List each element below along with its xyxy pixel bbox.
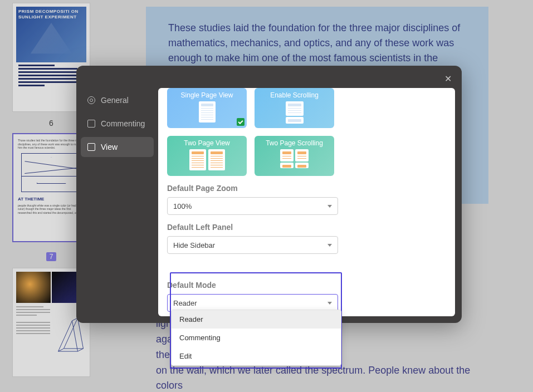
sidebar-item-view[interactable]: View [81,137,154,157]
view-card-two-page[interactable]: Two Page View [167,136,247,176]
sidebar-item-commenting[interactable]: Commenting [81,114,154,134]
chevron-down-icon [327,244,332,247]
option-label: Reader [179,315,203,324]
view-card-label: Single Page View [181,91,233,99]
view-card-label: Two Page View [184,139,230,147]
dialog-sidebar: General Commenting View [76,66,158,323]
sidebar-item-general[interactable]: General [81,90,154,110]
default-zoom-label: Default Page Zoom [167,184,446,193]
page-view-options: Single Page View Enable Scrolling Two Pa… [167,88,446,176]
default-left-panel-select[interactable]: Hide Sidebar [167,236,338,254]
select-value: Reader [173,299,197,307]
view-card-single-page[interactable]: Single Page View [167,88,247,128]
option-label: Commenting [179,334,221,342]
default-mode-label: Default Mode [167,281,338,290]
view-card-enable-scrolling[interactable]: Enable Scrolling [255,88,334,128]
default-zoom-select[interactable]: 100% [167,197,338,215]
chevron-down-icon [327,302,332,305]
close-button[interactable]: ✕ [442,72,454,85]
default-left-panel-label: Default Left Panel [167,223,446,232]
view-card-label: Enable Scrolling [270,91,319,99]
sidebar-item-label: View [101,143,118,151]
dialog-body: Single Page View Enable Scrolling Two Pa… [158,88,455,316]
view-card-two-page-scrolling[interactable]: Two Page Scrolling [255,136,334,176]
dropdown-option-edit[interactable]: Edit [172,347,341,365]
preferences-dialog: ✕ General Commenting View Single Page Vi… [76,66,462,323]
select-value: Hide Sidebar [173,241,215,249]
chevron-down-icon [327,205,332,208]
select-value: 100% [173,202,192,210]
check-icon [237,118,245,126]
view-card-label: Two Page Scrolling [266,139,323,147]
comment-icon [87,120,95,128]
sidebar-item-label: General [101,96,129,105]
dropdown-option-commenting[interactable]: Commenting [172,329,341,347]
dropdown-option-reader[interactable]: Reader [172,310,341,329]
gear-icon [87,96,95,104]
default-mode-dropdown: Reader Commenting Edit [171,310,341,366]
option-label: Edit [179,352,192,360]
view-icon [87,143,95,151]
close-icon: ✕ [444,74,452,84]
sidebar-item-label: Commenting [101,119,145,128]
